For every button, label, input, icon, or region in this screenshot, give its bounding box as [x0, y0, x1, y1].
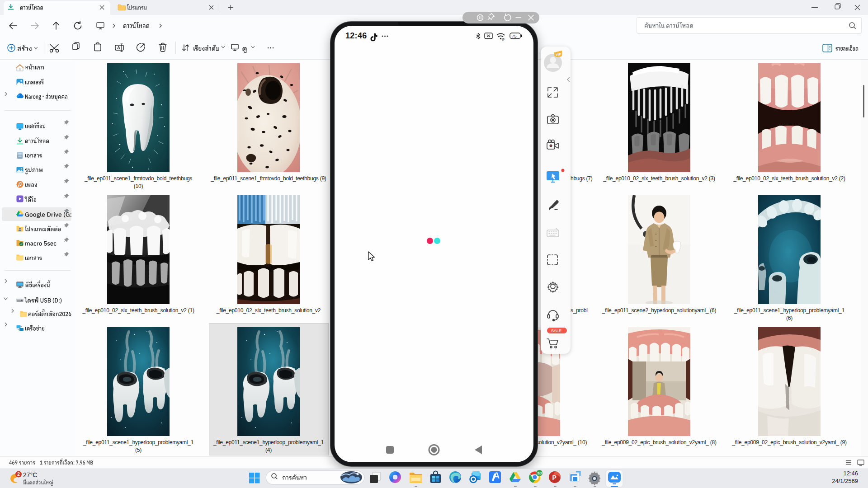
svg-text:24/1/2569: 24/1/2569 — [832, 478, 858, 484]
svg-text:SJ: SJ — [538, 471, 542, 475]
svg-text:27°C: 27°C — [23, 471, 37, 479]
svg-text:75: 75 — [512, 33, 517, 38]
svg-text:12:46: 12:46 — [843, 470, 858, 477]
svg-text:P: P — [552, 474, 557, 481]
svg-text:SALE: SALE — [551, 328, 561, 333]
svg-text:2: 2 — [17, 472, 20, 477]
svg-text:@: @ — [502, 38, 505, 41]
